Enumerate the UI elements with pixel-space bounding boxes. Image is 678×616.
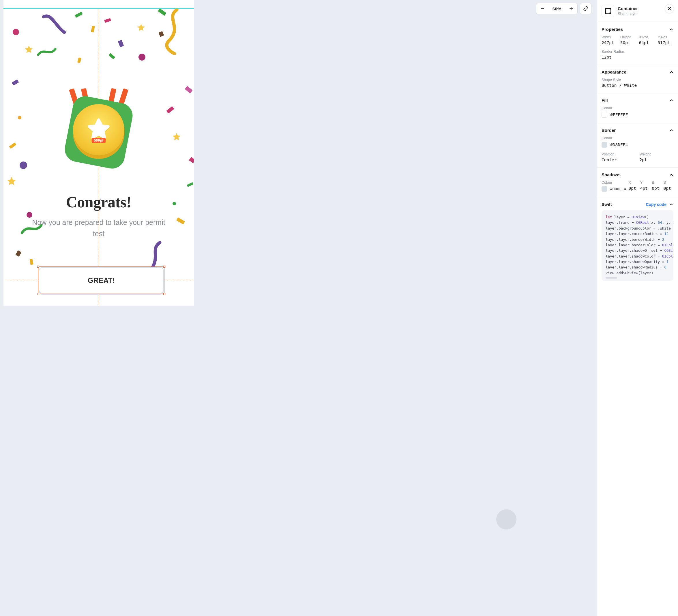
plus-icon: + (569, 5, 573, 12)
chevron-down-icon (669, 98, 673, 102)
prop-value[interactable]: 4pt (640, 186, 650, 191)
congrats-block: Congrats! Now you are prepared to take y… (3, 193, 194, 239)
medal-coin (73, 104, 124, 155)
border-section: Border Colour #D8DFE4 PositionCenter Wei… (597, 123, 678, 167)
layer-title: Container (618, 6, 638, 11)
zoom-controls: − 60% + (536, 3, 592, 14)
chevron-down-icon (669, 128, 673, 132)
selection-handle[interactable] (163, 293, 165, 295)
svg-point-4 (610, 13, 611, 14)
link-button[interactable] (580, 3, 592, 14)
fill-section: Fill Colour #FFFFFF (597, 93, 678, 123)
chevron-down-icon (669, 70, 673, 74)
properties-header[interactable]: Properties (602, 27, 673, 32)
prop-label: Y Pos (657, 35, 673, 39)
copy-code-button[interactable]: Copy code (646, 202, 667, 207)
layer-type-icon (602, 5, 614, 17)
close-icon (668, 7, 671, 10)
congrats-subtitle: Now you are prepared to take your permit… (30, 217, 168, 239)
appearance-header[interactable]: Appearance (602, 70, 673, 74)
prop-value[interactable]: 50pt (620, 40, 636, 45)
prop-label: Position (602, 152, 636, 156)
border-header[interactable]: Border (602, 128, 673, 133)
zoom-in-button[interactable]: + (565, 3, 577, 14)
prop-label: Weight (640, 152, 674, 156)
section-title: Properties (602, 27, 623, 32)
properties-section: Properties Width247pt Height50pt X Pos64… (597, 22, 678, 65)
shadows-header[interactable]: Shadows (602, 172, 673, 177)
section-title: Border (602, 128, 616, 133)
section-title: Fill (602, 98, 608, 103)
selection-handle[interactable] (37, 266, 39, 268)
svg-point-1 (605, 8, 606, 9)
prop-label: Colour (602, 106, 673, 110)
prop-label: X Pos (639, 35, 655, 39)
colour-swatch[interactable] (602, 142, 607, 148)
colour-value[interactable]: #D8DFE4 (610, 187, 626, 191)
prop-value[interactable]: 0pt (629, 186, 638, 191)
svg-point-3 (605, 13, 606, 14)
prop-value[interactable]: 2pt (640, 157, 674, 162)
great-button-label: GREAT! (88, 276, 115, 285)
artboard[interactable]: 509pt Congrats! Now you are prepared to … (3, 0, 194, 306)
colour-swatch[interactable] (602, 112, 607, 118)
selection-handle[interactable] (163, 266, 165, 268)
colour-swatch[interactable] (602, 186, 607, 192)
selection-handle[interactable] (37, 293, 39, 295)
inspector-header: Container Shape layer (597, 0, 678, 22)
prop-label: S (664, 181, 673, 185)
prop-label: Shape Style (602, 78, 673, 82)
swift-section: Swift Copy code let layer = UIView() lay… (597, 197, 678, 286)
zoom-out-button[interactable]: − (536, 3, 549, 14)
prop-label: Width (602, 35, 617, 39)
appearance-section: Appearance Shape StyleButton / White (597, 65, 678, 93)
prop-value[interactable]: Center (602, 157, 636, 162)
fill-header[interactable]: Fill (602, 98, 673, 103)
prop-label: Height (620, 35, 636, 39)
prop-value[interactable]: 247pt (602, 40, 617, 45)
great-button[interactable]: GREAT! (39, 267, 164, 294)
zoom-group: − 60% + (536, 3, 577, 14)
close-button[interactable] (665, 4, 674, 13)
prop-value[interactable]: 12pt (602, 55, 673, 60)
prop-value[interactable]: 64pt (639, 40, 655, 45)
prop-value[interactable]: 0pt (652, 186, 662, 191)
prop-label: Border Radius (602, 50, 673, 54)
layer-subtitle: Shape layer (618, 11, 638, 16)
prop-label: B (652, 181, 662, 185)
prop-label: Colour (602, 181, 627, 185)
code-snippet[interactable]: let layer = UIView() layer.frame = CGRec… (602, 210, 673, 281)
prop-value[interactable]: 517pt (657, 40, 673, 45)
minus-icon: − (541, 5, 544, 12)
swift-header[interactable]: Swift Copy code (602, 202, 673, 207)
prop-value[interactable]: 0pt (664, 186, 673, 191)
prop-value[interactable]: Button / White (602, 83, 673, 88)
measurement-tag: 509pt (92, 138, 106, 143)
canvas-area[interactable]: − 60% + (0, 0, 597, 616)
svg-point-2 (610, 8, 611, 9)
shadows-section: Shadows Colour #D8DFE4 X0pt Y4pt B0pt S0… (597, 167, 678, 197)
background-avatar (496, 509, 517, 530)
medal-badge: 509pt (57, 86, 141, 173)
prop-label: Y (640, 181, 650, 185)
colour-value[interactable]: #FFFFFF (610, 112, 628, 117)
zoom-value[interactable]: 60% (549, 6, 565, 11)
colour-value[interactable]: #D8DFE4 (610, 143, 628, 147)
chevron-down-icon (669, 27, 673, 31)
section-title: Shadows (602, 172, 620, 177)
congrats-title: Congrats! (3, 193, 194, 211)
svg-rect-0 (606, 9, 610, 13)
prop-label: X (629, 181, 638, 185)
section-title: Appearance (602, 70, 626, 74)
inspector-panel: Container Shape layer Properties Width24… (597, 0, 678, 616)
link-icon (583, 6, 588, 11)
section-title: Swift (602, 202, 612, 207)
chevron-down-icon (669, 173, 673, 177)
prop-label: Colour (602, 136, 673, 140)
chevron-down-icon (669, 202, 673, 206)
